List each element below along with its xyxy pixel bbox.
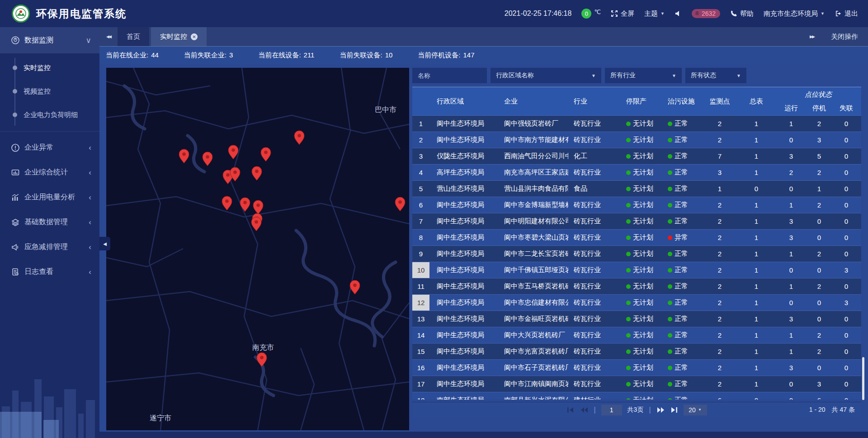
cell-running: 3 [775, 230, 807, 245]
table-row[interactable]: 12阆中生态环境局阆中市忠信建材有限公砖瓦行业无计划正常21003 [412, 295, 861, 311]
sidebar-group-企业综合统计[interactable]: 企业综合统计‹ [0, 160, 99, 185]
table-row[interactable]: 2阆中生态环境局阆中市南方节能建材有砖瓦行业无计划正常21030 [412, 132, 861, 148]
map-pin[interactable] [294, 131, 304, 145]
theme-dropdown[interactable]: 主题 ▼ [644, 9, 665, 18]
tab-首页[interactable]: 首页 [118, 27, 149, 46]
stat-value: 147 [463, 51, 475, 60]
map-pin[interactable] [261, 147, 271, 161]
pager-last-icon[interactable] [670, 406, 678, 414]
status-dot-icon [626, 333, 631, 338]
table-row[interactable]: 13阆中生态环境局阆中市金福旺页岩机砖砖瓦行业无计划正常21300 [412, 311, 861, 327]
fullscreen-button[interactable]: 全屏 [611, 9, 634, 18]
cell-production-limit: 无计划 [619, 392, 660, 400]
table-row[interactable]: 5营山生态环境局营山县润丰肉食品有限食品无计划正常10010 [412, 181, 861, 197]
map-pin[interactable] [179, 149, 189, 163]
cell-total-meters: 0 [737, 181, 775, 197]
cell-offline: 0 [831, 116, 861, 132]
map-pin[interactable] [350, 280, 360, 294]
map-pin[interactable] [228, 145, 238, 159]
map-pin[interactable] [253, 200, 263, 214]
cell-monitor-points: 2 [702, 132, 737, 148]
cell-offline: 0 [831, 311, 861, 327]
cell-stopped: 0 [807, 230, 831, 245]
cell-industry: 化工 [568, 148, 619, 164]
help-button[interactable]: 帮助 [730, 9, 754, 18]
table-row[interactable]: 1阆中生态环境局阆中强锐页岩砖厂砖瓦行业无计划正常21120 [412, 116, 861, 132]
app-logo [12, 5, 30, 23]
close-operations-button[interactable]: 关闭操作 [821, 33, 868, 41]
notification-count: 2632 [702, 10, 716, 17]
map-pin[interactable] [240, 198, 250, 212]
cell-running: 1 [775, 116, 807, 132]
notification-badge[interactable]: 2632 [692, 9, 720, 18]
table-row[interactable]: 11阆中生态环境局阆中市五马桥页岩机砖砖瓦行业无计划正常21120 [412, 278, 861, 295]
tab-scroll-left-icon[interactable]: ◀◀ [99, 27, 118, 46]
map-pin[interactable] [203, 152, 212, 166]
table-row[interactable]: 18南部生态环境局南部县新兴水泥有限公建材行业无计划正常60060 [412, 392, 861, 400]
sidebar-group-应急减排管理[interactable]: 应急减排管理‹ [0, 235, 99, 259]
sidebar-group-日志查看[interactable]: 日志查看‹ [0, 259, 99, 284]
org-dropdown[interactable]: 南充市生态环境局 ▼ [764, 9, 825, 18]
help-label: 帮助 [740, 9, 754, 18]
name-search-input[interactable] [412, 68, 487, 83]
status-dot-icon [626, 203, 631, 207]
table-row[interactable]: 4高坪生态环境局南充市高坪区王家店建砖瓦行业无计划正常31220 [412, 165, 861, 181]
map-pin[interactable] [222, 196, 232, 210]
status-select[interactable]: 所有状态 ▼ [685, 68, 746, 83]
table-row[interactable]: 7阆中生态环境局阆中明阳建材有限公司砖瓦行业无计划正常21300 [412, 213, 861, 230]
cell-production-limit: 无计划 [619, 311, 660, 327]
cell-offline: 0 [831, 278, 861, 294]
table-row[interactable]: 17阆中生态环境局阆中市江南镇阆南页岩砖瓦行业无计划正常21030 [412, 376, 861, 392]
table-scrollbar[interactable] [862, 357, 864, 400]
cell-total-meters: 1 [737, 165, 775, 180]
map-pin[interactable] [257, 353, 267, 367]
table-row[interactable]: 16阆中生态环境局阆中市石子页岩机砖厂砖瓦行业无计划正常21300 [412, 360, 861, 376]
col-offline: 失联 [831, 104, 861, 113]
cell-offline: 0 [831, 197, 861, 213]
cell-running: 1 [775, 246, 807, 262]
pager-prev-icon[interactable] [580, 406, 588, 414]
map-panel[interactable]: 巴中市南充市遂宁市 [106, 68, 409, 430]
page-size-select[interactable]: 20 ▼ [684, 405, 707, 415]
map-pin[interactable] [251, 217, 261, 231]
sidebar-group-企业用电量分析[interactable]: 企业用电量分析‹ [0, 185, 99, 210]
sidebar-item-label: 企业电力负荷明细 [24, 111, 78, 119]
cell-pollution-control: 正常 [660, 116, 702, 132]
row-number: 15 [412, 344, 429, 359]
tab-scroll-right-icon[interactable]: ▶▶ [803, 34, 821, 39]
table-row[interactable]: 15阆中生态环境局阆中市光富页岩机砖厂砖瓦行业无计划正常21120 [412, 344, 861, 360]
tab-close-icon[interactable]: ✕ [191, 33, 198, 40]
sidebar-group-企业异常[interactable]: 企业异常‹ [0, 135, 99, 160]
sidebar-item-视频监控[interactable]: 视频监控 [0, 80, 99, 103]
table-row[interactable]: 10阆中生态环境局阆中千佛镇五郎垭页岩砖瓦行业无计划正常21003 [412, 262, 861, 278]
map-pin[interactable] [395, 197, 405, 211]
sidebar-collapse-button[interactable]: ◀ [99, 237, 110, 250]
cell-industry: 砖瓦行业 [568, 376, 619, 392]
cell-pollution-control: 正常 [660, 344, 702, 359]
status-text: 无计划 [633, 282, 653, 291]
industry-select[interactable]: 所有行业 ▼ [605, 68, 682, 83]
status-dot-icon [668, 333, 672, 338]
tab-实时监控[interactable]: 实时监控✕ [151, 27, 207, 46]
status-dot-icon [626, 268, 631, 273]
cell-pollution-control: 正常 [660, 197, 702, 213]
audio-button[interactable] [675, 10, 682, 17]
bar-chart-icon [11, 193, 20, 202]
logout-button[interactable]: 退出 [835, 9, 858, 18]
map-pin[interactable] [252, 166, 262, 180]
table-row[interactable]: 9阆中生态环境局阆中市二龙长宝页岩砖砖瓦行业无计划正常21120 [412, 246, 861, 262]
sidebar-group-数据监测[interactable]: 数据监测∨ [0, 27, 99, 53]
sidebar-item-实时监控[interactable]: 实时监控 [0, 56, 99, 80]
pager-first-icon[interactable] [566, 406, 575, 414]
pager-next-icon[interactable] [656, 406, 665, 414]
sidebar-group-基础数据管理[interactable]: 基础数据管理‹ [0, 210, 99, 235]
cell-region: 阆中生态环境局 [429, 197, 495, 213]
page-number-input[interactable]: 1 [601, 405, 622, 415]
region-select[interactable]: 行政区域名称 ▼ [491, 68, 601, 83]
cell-stopped: 0 [807, 360, 831, 376]
table-row[interactable]: 8阆中生态环境局阆中市枣碧大梁山页岩砖瓦行业无计划异常21300 [412, 230, 861, 246]
sidebar-item-企业电力负荷明细[interactable]: 企业电力负荷明细 [0, 103, 99, 127]
table-row[interactable]: 6阆中生态环境局阆中市金博瑞新型墙材砖瓦行业无计划正常21120 [412, 197, 861, 213]
table-row[interactable]: 14阆中生态环境局阆中大兴页岩机砖厂砖瓦行业无计划正常21120 [412, 327, 861, 344]
table-row[interactable]: 3仪陇生态环境局西南油气田分公司川中化工无计划正常71350 [412, 148, 861, 165]
